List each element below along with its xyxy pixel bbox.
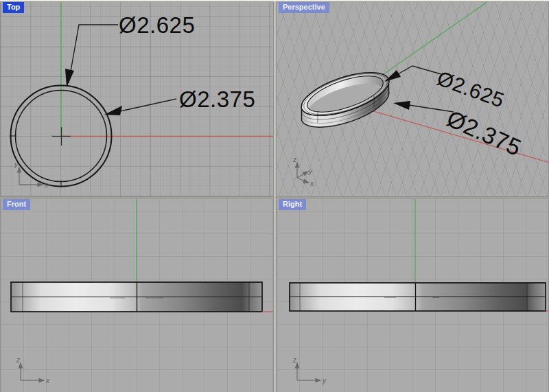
ring-right-view[interactable] — [290, 283, 546, 311]
horizontal-splitter[interactable] — [0, 197, 549, 198]
viewport-title-top[interactable]: Top — [3, 2, 24, 13]
dim-leader-inner-3d[interactable] — [393, 101, 454, 112]
viewport-front[interactable]: z x Front — [0, 198, 274, 392]
x-axis-line — [343, 102, 549, 163]
ring-perspective[interactable] — [301, 73, 389, 127]
dim-text-inner[interactable]: Ø2.375 — [179, 87, 255, 113]
cplane-axis-gizmo — [296, 363, 321, 382]
axis-label-z: z — [292, 356, 296, 364]
axis-label-z: z — [16, 356, 20, 364]
viewport-title-right[interactable]: Right — [279, 199, 306, 210]
dim-leader-outer[interactable] — [65, 25, 118, 87]
origin-cross — [52, 127, 71, 146]
world-axis-gizmo — [296, 163, 309, 183]
axis-label-y: y — [308, 168, 313, 175]
viewport-perspective[interactable]: z y x Ø2.625 Ø2.375 Perspective — [276, 1, 549, 197]
viewport-title-perspective[interactable]: Perspective — [279, 2, 329, 13]
axis-label-y: y — [322, 377, 327, 384]
dim-arrow-outer — [65, 69, 74, 87]
cplane-axis-gizmo — [18, 168, 43, 187]
axis-label-x: x — [44, 181, 49, 189]
viewport-grid-container: y x Ø2.625 Ø2.375 Top — [0, 0, 549, 392]
dim-text-outer[interactable]: Ø2.625 — [119, 12, 195, 38]
axis-label-x: x — [309, 180, 314, 187]
axis-label-z: z — [292, 156, 296, 163]
dim-leader-inner[interactable] — [104, 99, 176, 115]
viewport-right[interactable]: z y Right — [276, 198, 549, 392]
axis-label-x: x — [45, 377, 50, 384]
dim-leader-outer-3d[interactable] — [384, 66, 441, 82]
dim-arrow-inner — [104, 106, 122, 115]
ring-front-view[interactable] — [11, 282, 262, 312]
viewport-top[interactable]: y x Ø2.625 Ø2.375 Top — [0, 1, 274, 197]
dim-arrow-inner-3d — [393, 101, 410, 110]
viewport-title-front[interactable]: Front — [3, 199, 30, 210]
cplane-axis-gizmo — [19, 363, 45, 382]
axis-label-y: y — [14, 161, 19, 168]
